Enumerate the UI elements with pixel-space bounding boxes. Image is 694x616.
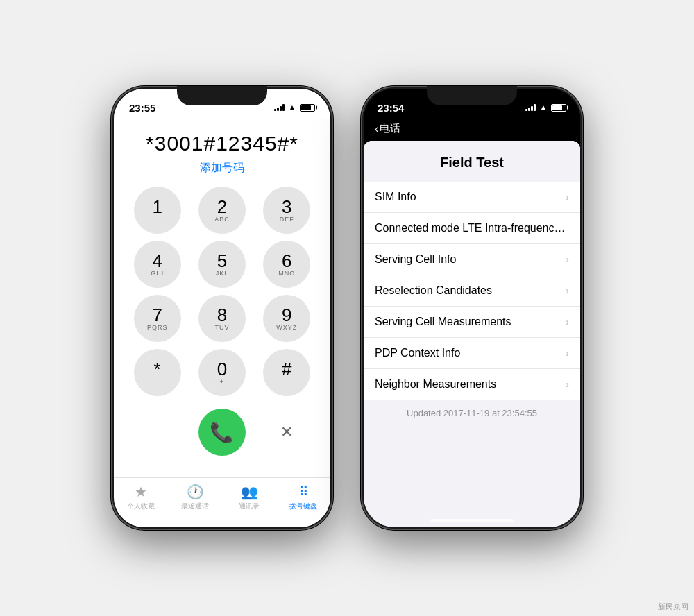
time-phone2: 23:54 <box>378 102 404 114</box>
list-item-reselection[interactable]: Reselection Candidates › <box>364 275 580 307</box>
key-hash[interactable]: # <box>263 349 310 396</box>
keypad-row-3: 7 PQRS 8 TUV 9 WXYZ <box>125 295 319 342</box>
home-indicator <box>430 519 514 522</box>
clock-icon: 🕐 <box>187 484 204 500</box>
watermark: 新民众网 <box>658 601 688 612</box>
serving-cell-measurements-label: Serving Cell Measurements <box>375 316 563 328</box>
key-0[interactable]: 0 + <box>198 349 246 396</box>
key-7[interactable]: 7 PQRS <box>134 295 181 342</box>
phone1-screen: 23:55 ▲ *3001#12345#* 添加号码 1 2 <box>114 89 330 527</box>
field-test-content: Field Test SIM Info › Connected mode LTE… <box>364 141 580 527</box>
phone2-frame: 23:54 ▲ ‹ 电话 Field Test SIM Info <box>361 86 583 530</box>
chevron-right-icon-4: › <box>566 316 569 327</box>
tab-contacts-label: 通讯录 <box>239 502 260 511</box>
tab-favorites-label: 个人收藏 <box>127 502 155 511</box>
time-phone1: 23:55 <box>129 102 155 114</box>
list-item-serving-cell-measurements[interactable]: Serving Cell Measurements › <box>364 307 580 338</box>
keypad-row-1: 1 2 ABC 3 DEF <box>125 187 319 234</box>
key-2[interactable]: 2 ABC <box>198 187 246 234</box>
phone2-nav: ‹ 电话 <box>364 119 580 141</box>
chevron-right-icon: › <box>566 191 569 203</box>
call-button[interactable]: 📞 <box>198 409 246 456</box>
key-8[interactable]: 8 TUV <box>198 295 246 342</box>
tab-recents[interactable]: 🕐 最近通话 <box>174 484 216 511</box>
chevron-left-icon: ‹ <box>375 123 378 135</box>
key-star[interactable]: * <box>134 349 181 396</box>
list-item-lte[interactable]: Connected mode LTE Intra-frequency Meas <box>364 213 580 244</box>
status-icons-phone1: ▲ <box>274 103 315 112</box>
chevron-right-icon-2: › <box>566 254 569 265</box>
back-label: 电话 <box>380 122 400 135</box>
pdp-label: PDP Context Info <box>375 347 563 359</box>
reselection-label: Reselection Candidates <box>375 284 563 297</box>
chevron-right-icon-3: › <box>566 285 569 296</box>
back-button[interactable]: ‹ 电话 <box>375 122 400 135</box>
key-9[interactable]: 9 WXYZ <box>263 295 310 342</box>
backspace-icon: ✕ <box>280 423 293 441</box>
tab-bar: ★ 个人收藏 🕐 最近通话 👥 通讯录 ⠿ 拨号键盘 <box>114 477 330 527</box>
tab-recents-label: 最近通话 <box>181 502 209 511</box>
list-item-serving-cell-info[interactable]: Serving Cell Info › <box>364 244 580 275</box>
wifi-icon-phone1: ▲ <box>288 103 296 112</box>
keypad-icon: ⠿ <box>298 484 309 500</box>
key-5[interactable]: 5 JKL <box>198 241 246 288</box>
sim-info-label: SIM Info <box>375 191 563 203</box>
lte-label: Connected mode LTE Intra-frequency Meas <box>375 222 569 234</box>
contacts-icon: 👥 <box>241 484 258 500</box>
wifi-icon-phone2: ▲ <box>539 103 548 112</box>
key-3[interactable]: 3 DEF <box>263 187 310 234</box>
battery-icon-phone2 <box>551 104 566 112</box>
spacer-left <box>134 409 181 456</box>
neighbor-label: Neighbor Measurements <box>375 378 563 391</box>
battery-fill-phone2 <box>552 105 562 110</box>
status-icons-phone2: ▲ <box>525 103 566 112</box>
tab-keypad[interactable]: ⠿ 拨号键盘 <box>282 484 324 511</box>
list-item-neighbor[interactable]: Neighbor Measurements › <box>364 369 580 400</box>
chevron-right-icon-5: › <box>566 348 569 359</box>
battery-fill-phone1 <box>301 105 311 110</box>
tab-keypad-label: 拨号键盘 <box>289 502 317 511</box>
dialer-number: *3001#12345#* <box>114 119 330 158</box>
status-bar-phone1: 23:55 ▲ <box>114 89 330 119</box>
tab-contacts[interactable]: 👥 通讯录 <box>228 484 270 511</box>
serving-cell-info-label: Serving Cell Info <box>375 253 563 266</box>
status-bar-phone2: 23:54 ▲ <box>364 89 580 119</box>
field-test-title: Field Test <box>364 141 580 182</box>
list-item-pdp[interactable]: PDP Context Info › <box>364 338 580 369</box>
keypad-row-4: * 0 + # <box>125 349 319 396</box>
phone2-screen: 23:54 ▲ ‹ 电话 Field Test SIM Info <box>364 89 580 527</box>
chevron-right-icon-6: › <box>566 379 569 390</box>
keypad: 1 2 ABC 3 DEF 4 GHI 5 J <box>114 184 330 406</box>
phone-icon: 📞 <box>210 421 234 444</box>
star-icon: ★ <box>135 484 147 500</box>
menu-list: SIM Info › Connected mode LTE Intra-freq… <box>364 182 580 400</box>
list-item-sim-info[interactable]: SIM Info › <box>364 182 580 213</box>
key-6[interactable]: 6 MNO <box>263 241 310 288</box>
key-4[interactable]: 4 GHI <box>134 241 181 288</box>
signal-icon-phone1 <box>274 104 285 111</box>
updated-footer: Updated 2017-11-19 at 23:54:55 <box>364 400 580 427</box>
phone1-frame: 23:55 ▲ *3001#12345#* 添加号码 1 2 <box>111 86 333 530</box>
signal-icon-phone2 <box>525 104 536 111</box>
battery-icon-phone1 <box>300 104 315 112</box>
tab-favorites[interactable]: ★ 个人收藏 <box>120 484 162 511</box>
dialer-add-number[interactable]: 添加号码 <box>114 158 330 184</box>
key-1[interactable]: 1 <box>134 187 181 234</box>
delete-button[interactable]: ✕ <box>263 409 310 456</box>
keypad-row-2: 4 GHI 5 JKL 6 MNO <box>125 241 319 288</box>
call-row: 📞 ✕ <box>114 406 330 459</box>
